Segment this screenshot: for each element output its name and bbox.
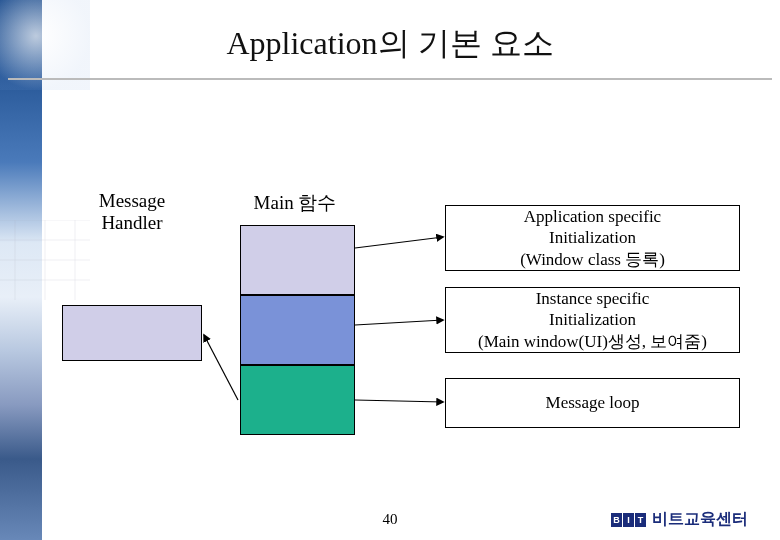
left-deco-stripe — [0, 0, 42, 540]
message-handler-box — [62, 305, 202, 361]
main-stage-box-3 — [240, 365, 355, 435]
label-message-handler: Message Handler — [72, 190, 192, 234]
stage-text-app-init: Application specific Initialization (Win… — [445, 205, 740, 271]
label-main-func: Main 함수 — [230, 190, 360, 216]
brand-text: 비트교육센터 — [652, 509, 748, 530]
arrow-stage1-to-text — [355, 237, 443, 248]
title-rule — [8, 78, 772, 80]
brand-footer: BIT 비트교육센터 — [611, 509, 748, 530]
main-stage-box-1 — [240, 225, 355, 295]
arrow-loop-to-handler — [204, 335, 238, 400]
brand-logo-icon: BIT — [611, 513, 646, 527]
slide-title: Application의 기본 요소 — [0, 22, 780, 66]
stage-text-message-loop: Message loop — [445, 378, 740, 428]
main-stage-box-2 — [240, 295, 355, 365]
arrow-stage3-to-text — [355, 400, 443, 402]
arrow-stage2-to-text — [355, 320, 443, 325]
stage-text-instance-init: Instance specific Initialization (Main w… — [445, 287, 740, 353]
